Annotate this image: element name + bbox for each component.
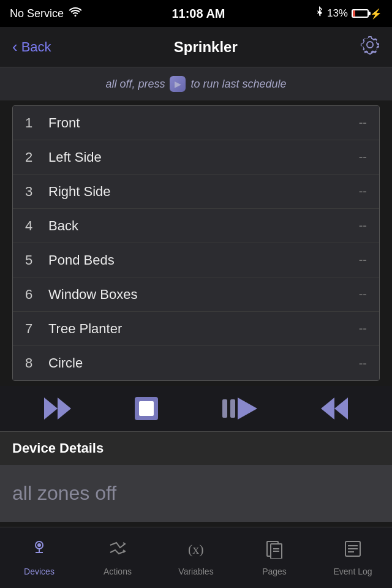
battery-fill: [353, 10, 355, 17]
zone-name: Right Side: [48, 184, 111, 200]
svg-marker-3: [238, 398, 257, 420]
zone-left: 3 Right Side: [25, 184, 111, 200]
pause-bar-left: [222, 399, 227, 418]
zone-number: 6: [25, 287, 40, 303]
back-button[interactable]: ‹ Back: [12, 37, 51, 56]
pause-icon: [222, 399, 235, 418]
zone-row[interactable]: 1 Front --: [13, 106, 379, 140]
status-left: No Service: [10, 7, 82, 20]
device-status-text: all zones off: [12, 482, 116, 504]
battery-icon: [352, 9, 369, 18]
bluetooth-icon: [315, 6, 323, 21]
devices-icon: [29, 539, 49, 563]
battery-container: ⚡: [352, 8, 382, 20]
pause-play-button[interactable]: [222, 398, 257, 420]
page-title: Sprinkler: [174, 39, 238, 56]
svg-marker-4: [321, 398, 334, 420]
zone-name: Circle: [48, 355, 83, 371]
battery-percent: 13%: [327, 7, 348, 20]
tab-eventlog-label: Event Log: [333, 567, 372, 576]
svg-rect-2: [139, 401, 154, 416]
zone-value: --: [359, 150, 367, 164]
status-bar: No Service 11:08 AM 13% ⚡: [0, 0, 392, 27]
zone-left: 2 Left Side: [25, 149, 102, 165]
variables-icon: (x): [186, 539, 206, 563]
zone-name: Tree Planter: [48, 321, 122, 337]
tab-variables-label: Variables: [178, 567, 213, 576]
carrier-text: No Service: [10, 7, 64, 20]
zone-left: 7 Tree Planter: [25, 321, 122, 337]
zone-name: Pond Beds: [48, 252, 115, 268]
pages-icon: [265, 539, 284, 563]
zone-number: 7: [25, 321, 40, 337]
settings-button[interactable]: [360, 35, 380, 59]
device-status: all zones off: [0, 465, 392, 522]
tab-pages-label: Pages: [262, 567, 287, 576]
zone-number: 4: [25, 218, 40, 234]
zone-left: 6 Window Boxes: [25, 287, 138, 303]
zone-value: --: [359, 219, 367, 233]
rewind-button[interactable]: [44, 398, 71, 420]
zone-number: 8: [25, 355, 40, 371]
zone-name: Left Side: [48, 149, 102, 165]
zone-value: --: [359, 322, 367, 336]
wifi-icon: [69, 7, 82, 20]
eventlog-icon: [343, 539, 363, 563]
tab-devices-label: Devices: [24, 567, 55, 576]
zone-list: 1 Front -- 2 Left Side -- 3 Right Side -…: [12, 105, 380, 381]
zone-number: 5: [25, 252, 40, 268]
zone-row[interactable]: 7 Tree Planter --: [13, 312, 379, 346]
actions-icon: [108, 539, 127, 563]
status-right: 13% ⚡: [315, 6, 382, 21]
charging-icon: ⚡: [370, 8, 382, 20]
tab-pages[interactable]: Pages: [235, 527, 314, 588]
info-suffix: to run last schedule: [190, 78, 286, 91]
playback-controls: [0, 386, 392, 431]
tab-eventlog[interactable]: Event Log: [314, 527, 392, 588]
back-chevron-icon: ‹: [12, 37, 18, 56]
svg-text:(x): (x): [188, 541, 204, 557]
zone-row[interactable]: 2 Left Side --: [13, 140, 379, 175]
device-details-header: Device Details: [0, 431, 392, 465]
svg-point-9: [37, 543, 41, 547]
tab-devices[interactable]: Devices: [0, 527, 78, 588]
svg-marker-1: [58, 398, 71, 420]
stop-button[interactable]: [135, 397, 158, 420]
zone-value: --: [359, 253, 367, 267]
tab-actions[interactable]: Actions: [78, 527, 157, 588]
tab-variables[interactable]: (x) Variables: [157, 527, 235, 588]
zone-left: 1 Front: [25, 115, 80, 131]
zone-row[interactable]: 4 Back --: [13, 209, 379, 243]
zone-number: 2: [25, 149, 40, 165]
pause-bar-right: [230, 399, 235, 418]
zone-value: --: [359, 184, 367, 198]
zone-left: 5 Pond Beds: [25, 252, 115, 268]
tab-actions-label: Actions: [104, 567, 132, 576]
zone-row[interactable]: 3 Right Side --: [13, 175, 379, 209]
svg-marker-5: [334, 398, 348, 420]
zone-number: 1: [25, 115, 40, 131]
play-inline-icon[interactable]: ▶: [170, 76, 186, 92]
zone-row[interactable]: 6 Window Boxes --: [13, 277, 379, 312]
zone-row[interactable]: 5 Pond Beds --: [13, 243, 379, 277]
zone-value: --: [359, 356, 367, 371]
info-text: all off, press ▶ to run last schedule: [0, 67, 392, 100]
zone-left: 4 Back: [25, 218, 78, 234]
zone-name: Window Boxes: [48, 287, 138, 303]
zone-name: Front: [48, 115, 80, 131]
status-time: 11:08 AM: [172, 7, 225, 21]
zone-left: 8 Circle: [25, 355, 83, 371]
zone-row[interactable]: 8 Circle --: [13, 346, 379, 380]
tab-bar: Devices Actions (x) Variables: [0, 527, 392, 588]
zone-name: Back: [48, 218, 78, 234]
fast-forward-button[interactable]: [321, 398, 348, 420]
back-label: Back: [21, 39, 51, 55]
zone-value: --: [359, 116, 367, 130]
device-details-label: Device Details: [12, 440, 104, 456]
zone-number: 3: [25, 184, 40, 200]
zone-value: --: [359, 287, 367, 301]
nav-bar: ‹ Back Sprinkler: [0, 27, 392, 67]
svg-marker-0: [44, 398, 58, 420]
info-prefix: all off, press: [105, 78, 165, 91]
